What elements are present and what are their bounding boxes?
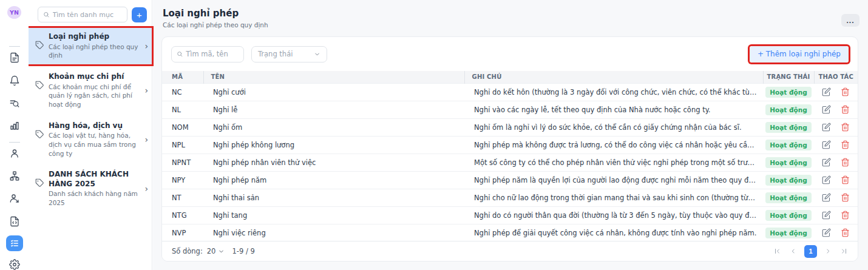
col-header-status: TRẠNG THÁI [763, 71, 814, 83]
edit-icon[interactable] [822, 87, 832, 97]
search-icon [43, 11, 50, 18]
category-sidebar: + Loại nghỉ phép Các loại nghỉ phép theo… [29, 0, 152, 270]
cell-name: Nghỉ việc riêng [203, 224, 464, 241]
delete-trash-icon[interactable] [841, 140, 850, 150]
avatar[interactable]: YN [7, 6, 21, 19]
table-row: NVP Nghỉ việc riêng Nghỉ phép để giải qu… [162, 224, 858, 241]
leave-types-table: MÃ TÊN GHI CHÚ TRẠNG THÁI THAO TÁC NC Ng… [162, 71, 858, 241]
category-desc: Các loại nghỉ phép theo quy định [49, 42, 142, 60]
cell-note: Nghỉ ốm là nghỉ vì lý do sức khỏe, có th… [464, 118, 763, 136]
delete-trash-icon[interactable] [841, 175, 850, 185]
cell-note: Nghỉ phép mà không được trả lương, có th… [464, 136, 763, 154]
col-header-actions: THAO TÁC [814, 71, 858, 83]
user-icon[interactable] [8, 147, 21, 158]
cell-code: NPY [162, 171, 203, 189]
cell-code: NT [162, 189, 203, 206]
delete-trash-icon[interactable] [841, 123, 850, 132]
main-content: Loại nghỉ phép Các loại nghỉ phép theo q… [153, 0, 868, 270]
category-desc: Danh sách khách hàng năm 2025 [49, 189, 142, 207]
add-category-button[interactable]: + [132, 7, 147, 22]
rows-per-page-label: Số dòng: [172, 247, 203, 255]
cell-code: NVP [162, 224, 203, 241]
delete-trash-icon[interactable] [841, 87, 850, 97]
chevron-right-icon: › [144, 42, 148, 50]
chevron-right-icon: › [144, 135, 148, 144]
delete-trash-icon[interactable] [841, 193, 850, 203]
cell-name: Nghỉ thai sản [203, 189, 464, 206]
status-filter-select[interactable]: Trạng thái [251, 46, 327, 62]
delete-trash-icon[interactable] [841, 158, 850, 167]
sidebar-category-item[interactable]: DANH SÁCH KHÁCH HÀNG 2025 Danh sách khác… [29, 166, 152, 212]
edit-icon[interactable] [822, 211, 832, 220]
search-icon [177, 50, 183, 58]
tag-icon [35, 41, 45, 52]
current-page-button[interactable]: 1 [804, 245, 817, 258]
chevron-down-icon [218, 248, 225, 255]
leave-types-card: Trạng thái + Thêm loại nghỉ phép MÃ TÊN … [161, 36, 858, 262]
chevron-right-icon: › [144, 184, 148, 193]
user-forward-icon[interactable] [8, 193, 21, 204]
search-list-icon[interactable] [8, 98, 21, 109]
documents-icon[interactable] [8, 52, 21, 63]
annotation-box: + Thêm loại nghỉ phép [750, 46, 849, 62]
cell-name: Nghỉ phép năm [203, 171, 464, 189]
col-header-name: TÊN [203, 71, 464, 83]
col-header-code: MÃ [162, 71, 203, 83]
sidebar-category-item[interactable]: Khoản mục chi phí Các khoản mục chi phí … [29, 68, 152, 113]
cell-note: Nghỉ phép năm là quyền lợi của người lao… [464, 171, 763, 189]
more-options-button[interactable]: ... [841, 14, 860, 27]
status-badge: Hoạt động [765, 140, 811, 150]
edit-icon[interactable] [822, 228, 832, 238]
delete-trash-icon[interactable] [841, 211, 850, 220]
first-page-icon[interactable] [771, 245, 784, 257]
edit-icon[interactable] [822, 140, 832, 150]
sidebar-search-input[interactable] [53, 11, 122, 19]
cell-code: NL [162, 101, 203, 118]
sidebar-category-item[interactable]: Hàng hóa, dịch vụ Các loại vật tư, hàng … [29, 117, 152, 163]
page-size-value: 20 [207, 247, 216, 255]
org-chart-icon[interactable] [8, 170, 21, 181]
last-page-icon[interactable] [838, 245, 850, 257]
cell-name: Nghỉ lễ [203, 101, 464, 118]
delete-trash-icon[interactable] [841, 105, 850, 115]
cell-note: Nghỉ do có người thân qua đời (thường là… [464, 206, 763, 224]
status-badge: Hoạt động [765, 104, 811, 115]
category-desc: Các khoản mục chi phí để quản lý ngân sá… [49, 83, 142, 109]
sidebar-search-box [38, 7, 127, 22]
table-row: NPY Nghỉ phép năm Nghỉ phép năm là quyền… [162, 171, 858, 189]
category-desc: Các loại vật tư, hàng hóa, dịch vụ cần m… [49, 131, 142, 158]
notifications-bell-icon[interactable] [8, 75, 21, 86]
table-footer: Số dòng: 20 1-9 / 9 1 [162, 241, 858, 261]
edit-icon[interactable] [822, 105, 832, 115]
edit-icon[interactable] [822, 123, 832, 132]
file-code-icon[interactable] [8, 216, 21, 227]
page-size-select[interactable]: 20 [207, 247, 225, 255]
cell-name: Nghỉ phép không lương [203, 136, 464, 154]
edit-icon[interactable] [822, 193, 832, 203]
status-badge: Hoạt động [765, 228, 811, 238]
edit-icon[interactable] [822, 158, 832, 167]
table-row: NPL Nghỉ phép không lương Nghỉ phép mà k… [162, 136, 858, 154]
settings-gear-icon[interactable] [8, 259, 21, 270]
cell-name: Nghỉ cưới [203, 83, 464, 101]
bar-chart-icon[interactable] [8, 120, 21, 131]
chevron-down-icon [314, 51, 320, 58]
table-search-input[interactable] [186, 50, 239, 58]
table-row: NTG Nghỉ tang Nghỉ do có người thân qua … [162, 206, 858, 224]
add-leave-type-button[interactable]: + Thêm loại nghỉ phép [750, 46, 849, 62]
cell-name: Nghỉ ốm [203, 118, 464, 136]
edit-icon[interactable] [822, 175, 832, 185]
cell-note: Nghỉ phép để giải quyết công việc cá nhâ… [464, 224, 763, 241]
table-row: NC Nghỉ cưới Nghỉ do kết hôn (thường là … [162, 83, 858, 101]
next-page-icon[interactable] [822, 245, 834, 257]
cell-code: NPL [162, 136, 203, 154]
cell-note: Nghỉ vào các ngày lễ, tết theo quy định … [464, 101, 763, 118]
category-title: Hàng hóa, dịch vụ [49, 121, 142, 131]
status-badge: Hoạt động [765, 87, 811, 98]
catalog-checklist-icon-active[interactable] [6, 235, 23, 251]
sidebar-category-item[interactable]: Loại nghỉ phép Các loại nghỉ phép theo q… [29, 28, 152, 64]
delete-trash-icon[interactable] [841, 228, 850, 238]
divider [9, 46, 20, 47]
col-header-note: GHI CHÚ [464, 71, 763, 83]
prev-page-icon[interactable] [787, 245, 799, 257]
